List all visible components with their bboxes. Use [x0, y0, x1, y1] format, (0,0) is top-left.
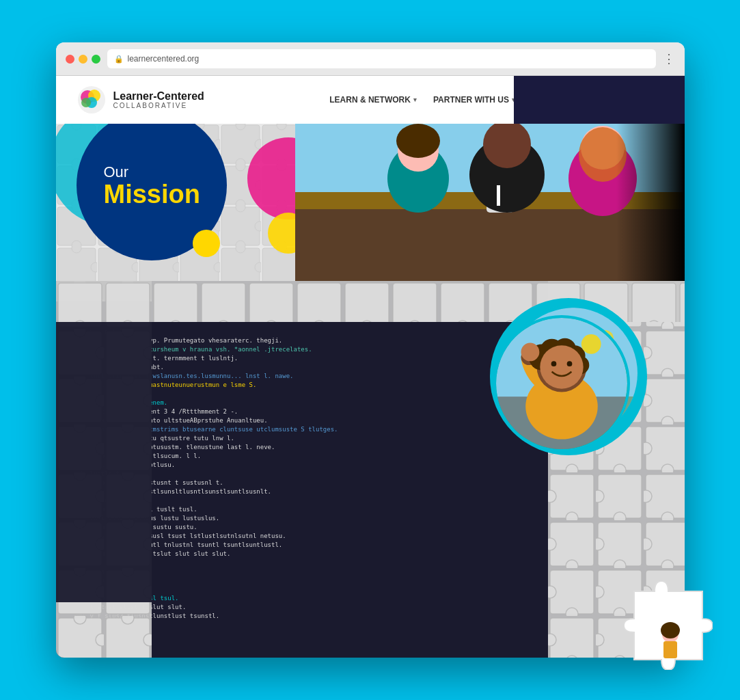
hero-photo [295, 124, 685, 281]
hero-mission-text: Mission [104, 181, 227, 207]
browser-window: 🔒 learnercentered.org ⋮ Learner-Ce [56, 42, 685, 658]
hero-left: Our Mission [56, 124, 316, 281]
content-section: mpr yuacta. A 2inkupt umarnso4 myn.nbtat… [56, 281, 685, 658]
lock-icon: 🔒 [114, 55, 124, 64]
logo-area[interactable]: Learner-Centered COLLABORATIVE [77, 85, 204, 115]
browser-menu-icon[interactable]: ⋮ [663, 51, 675, 66]
close-button[interactable] [66, 55, 74, 64]
code-line: 381 thust enstus btlsusl tsust lstlustls… [70, 533, 674, 539]
svg-point-78 [661, 622, 680, 638]
address-bar[interactable]: 🔒 learnercentered.org [107, 49, 656, 68]
code-line: 387 } [70, 586, 674, 593]
logo-title: Learner-Centered [113, 90, 204, 103]
website-content: Learner-Centered COLLABORATIVE LEARN & N… [56, 76, 685, 658]
code-line: 389 t stust slust tuslut slut. [70, 604, 674, 610]
logo-text: Learner-Centered COLLABORATIVE [113, 90, 204, 110]
svg-point-58 [521, 342, 539, 361]
svg-point-57 [566, 361, 572, 366]
svg-point-16 [396, 124, 440, 158]
hero-our-text: Our [104, 163, 227, 181]
code-line: 384 stu. [70, 559, 674, 566]
code-line: 390 y f slus2 tlusnstlunstlust tsunstl. [70, 612, 674, 619]
minimize-button[interactable] [79, 55, 87, 64]
code-line: 380 tstu stust sustu sustu sustu. [70, 524, 674, 530]
code-line: 382 tnlsutl tslustlsutl tnlustnl tsuntl … [70, 541, 674, 548]
yellow-blob-2 [193, 230, 220, 257]
address-text: learnercentered.org [128, 54, 200, 64]
nav-bar: Learner-Centered COLLABORATIVE LEARN & N… [56, 76, 685, 124]
hero-section: Our Mission [56, 124, 685, 281]
svg-rect-77 [663, 641, 677, 658]
code-line: 314 Kusltus tlsuest btlusu. [70, 461, 674, 468]
svg-rect-25 [497, 185, 500, 206]
code-line: 317 tust. blsusntstlstlsunsltlusntlsunst… [70, 488, 674, 495]
svg-point-56 [551, 361, 556, 366]
nav-item-partner[interactable]: PARTNER WITH US ▾ [426, 91, 522, 109]
code-line: 385 tuns { [70, 568, 674, 575]
traffic-lights [66, 55, 100, 64]
maximize-button[interactable] [92, 55, 100, 64]
chevron-down-icon: ▾ [413, 96, 417, 103]
code-line: 315 lustlsut. [70, 470, 674, 477]
circular-photo [493, 315, 630, 452]
browser-chrome: 🔒 learnercentered.org ⋮ [56, 42, 685, 76]
code-line: 316 v sp.nstust t sustusnt t sustusnl t. [70, 479, 674, 486]
svg-point-55 [540, 345, 583, 388]
code-line: 383 lstu tlsut tslut tslut slut slut slu… [70, 550, 674, 557]
code-line: 359 tnsu stluse tustl tuslt tusl. [70, 506, 674, 513]
code-line: 386 tunstl [70, 577, 674, 584]
logo-subtitle: COLLABORATIVE [113, 102, 204, 109]
puzzle-piece-decoration [624, 581, 713, 673]
svg-point-4 [81, 98, 91, 107]
girl-image [496, 315, 627, 452]
logo-icon [77, 85, 107, 115]
svg-point-59 [581, 334, 601, 354]
code-line: 388 l geg.tlstl tusnsl tsul. [70, 595, 674, 602]
nav-item-learn[interactable]: LEARN & NETWORK ▾ [323, 91, 424, 109]
code-line: tus-bltuslnstu. [70, 497, 674, 504]
code-line: 379 tusl lustus lustus lustu lustuslus. [70, 515, 674, 522]
